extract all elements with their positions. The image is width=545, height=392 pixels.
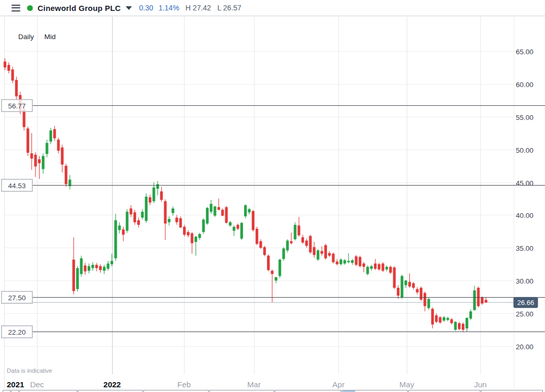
candle-body (420, 288, 422, 300)
candle-body (156, 184, 159, 189)
candle-body (7, 65, 10, 70)
price-chart: 65.0060.0055.0050.0045.0040.0035.0030.00… (0, 0, 545, 392)
y-axis-tick-label: 30.00 (516, 277, 534, 285)
candle-body (275, 277, 277, 280)
candle-body (351, 260, 354, 263)
x-axis-label: Feb (177, 380, 191, 389)
candle-body (382, 264, 384, 271)
candle-body (61, 148, 64, 165)
candle-body (27, 128, 29, 153)
y-axis-tick-label: 45.00 (516, 179, 534, 187)
y-axis-tick-label: 65.00 (516, 48, 534, 56)
candle-body (34, 155, 37, 167)
bottom-panel-clipped[interactable] (210, 390, 274, 392)
candle-body (152, 188, 155, 201)
candle-body (405, 280, 407, 285)
bottom-panel-clipped[interactable] (78, 390, 143, 392)
candle-body (393, 267, 396, 288)
candle-body (126, 212, 128, 230)
candle-body (210, 204, 212, 212)
bottom-panel-clipped[interactable] (275, 390, 341, 392)
candle-body (198, 234, 201, 238)
candle-body (317, 250, 319, 260)
candle-body (397, 288, 399, 296)
candle-body (370, 266, 373, 269)
candle-body (240, 223, 243, 239)
candle-body (462, 324, 464, 329)
candle-body (214, 206, 216, 216)
candle-body (244, 205, 247, 216)
candle-body (343, 260, 346, 263)
candle-body (30, 153, 33, 158)
candle-body (168, 219, 171, 222)
candle-body (248, 209, 250, 212)
candle-body (324, 245, 327, 258)
price-type-selector[interactable]: Mid (44, 33, 56, 41)
price-level-label: 56.77 (8, 102, 26, 110)
candle-body (134, 212, 136, 222)
candle-body (332, 254, 334, 262)
candle-body (301, 237, 304, 242)
candle-body (236, 225, 239, 229)
y-axis-tick-label: 25.00 (516, 310, 534, 318)
candle-body (340, 260, 342, 264)
x-axis-label: Mar (247, 380, 261, 389)
data-indicative-note: Data is indicative (7, 368, 52, 374)
candle-body (179, 218, 182, 228)
candle-body (423, 293, 426, 306)
candle-body (145, 197, 148, 221)
y-axis-tick-label: 35.00 (516, 244, 534, 252)
candle-body (175, 217, 178, 222)
candle-body (103, 267, 105, 271)
candle-body (385, 267, 388, 270)
bottom-panel-clipped[interactable] (20, 390, 77, 392)
x-axis-label: 2022 (103, 380, 120, 389)
candle-body (65, 166, 67, 184)
candle-body (95, 265, 98, 268)
candle-body (11, 69, 14, 80)
bottom-panel-clipped[interactable] (3, 390, 10, 392)
candle-body (336, 262, 338, 264)
candle-body (118, 226, 121, 230)
candle-body (374, 264, 377, 269)
candle-body (286, 241, 289, 251)
candle-body (202, 219, 205, 232)
candle-body (122, 229, 125, 235)
candle-body (313, 247, 316, 255)
candle-body (76, 268, 79, 289)
y-axis-tick-label: 60.00 (516, 81, 534, 89)
candle-body (187, 232, 189, 235)
candle-body (107, 264, 110, 269)
y-axis-tick-label: 20.00 (516, 343, 534, 351)
y-axis-tick-label: 40.00 (516, 212, 534, 219)
trading-chart-window: Cineworld Group PLC 0.30 1.14% H 27.42 L… (0, 0, 545, 392)
candle-body (485, 300, 487, 302)
candle-body (53, 129, 56, 139)
candle-body (469, 311, 472, 318)
current-price-value: 26.66 (517, 299, 535, 307)
bottom-panel-clipped[interactable] (11, 390, 19, 392)
candle-body (458, 323, 461, 329)
price-level-label: 22.20 (8, 328, 26, 336)
candle-body (290, 241, 293, 243)
x-axis-label: Jun (474, 380, 487, 389)
candle-body (99, 266, 102, 271)
x-axis-label: May (399, 380, 415, 389)
candle-body (183, 227, 186, 235)
candle-body (378, 264, 380, 270)
candle-body (256, 229, 258, 244)
candle-body (88, 266, 90, 271)
candle-body (149, 197, 151, 202)
candle-body (401, 276, 403, 298)
bottom-panel-clipped[interactable] (409, 390, 480, 392)
bottom-panel-clipped[interactable] (481, 390, 543, 392)
candle-body (206, 208, 209, 224)
price-level-label: 44.53 (8, 182, 26, 190)
candle-body (282, 249, 285, 259)
candle-body (111, 261, 113, 264)
candle-body (72, 260, 75, 291)
interval-selector[interactable]: Daily (18, 33, 34, 41)
candle-body (431, 309, 434, 324)
candle-body (45, 143, 48, 154)
bottom-panel-clipped[interactable] (144, 390, 209, 392)
